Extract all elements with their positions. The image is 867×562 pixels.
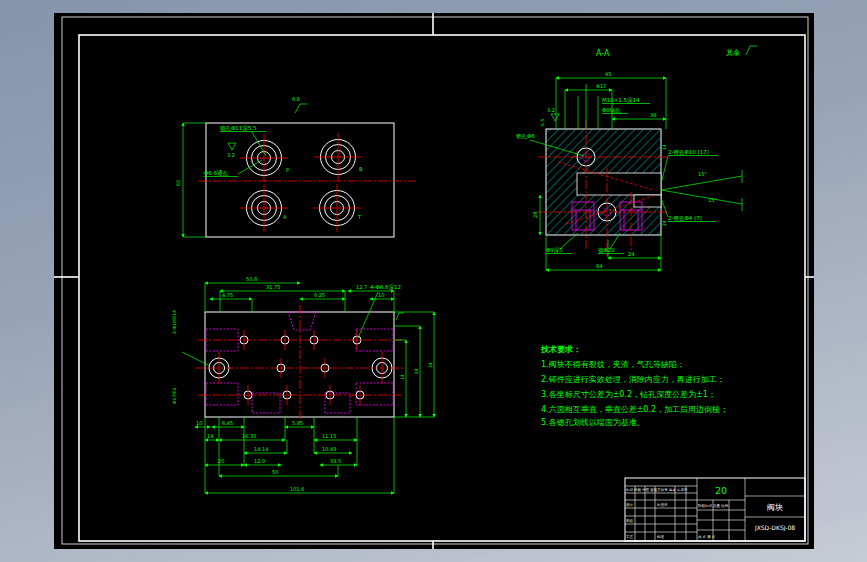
dim-45: 45: [605, 71, 611, 77]
fdim-top2b: 12.7: [356, 284, 367, 290]
port-label-b: B: [359, 166, 363, 172]
fdim-top3a: 4.75: [222, 292, 233, 298]
fdim-right1: 14: [400, 374, 405, 380]
process-label: 工艺: [626, 534, 634, 539]
section-step-notch: [577, 173, 661, 195]
fdim-right3: 34: [428, 362, 433, 368]
note-4: 4.六面相互垂直，垂直公差±0.2，加工后周边倒棱；: [541, 405, 728, 414]
roughness-local-value: 3.2: [227, 152, 235, 158]
height-dim: 60: [175, 180, 181, 186]
port-label-p: P: [286, 167, 289, 173]
thread-note: M10×1.5深14: [602, 97, 640, 104]
fdim-top2a: 31.75: [266, 284, 280, 290]
fdim-b4c: 33.5: [330, 458, 341, 464]
fdim-b5: 50: [272, 469, 278, 475]
fdim-b2c: 11.15: [322, 433, 336, 439]
sheet-row-label: 共 张 第 张: [698, 535, 716, 539]
sheet-number-2: 1: [728, 535, 730, 539]
fdim-b3a: 14.14: [254, 446, 268, 452]
note-1: 1.阀块不得有裂纹，夹渣，气孔等缺陷；: [541, 360, 685, 369]
drawing-sheet: [54, 13, 814, 549]
fdim-top3b: 0.25: [314, 292, 325, 298]
dim-64: 64: [596, 263, 602, 269]
rest-note: 其余: [726, 49, 740, 57]
revision-header-row: 标记 处数 分区 更改文件号 签名 年月日: [625, 487, 688, 492]
note-bottom-mid: 锪Φ20: [598, 247, 615, 253]
fdim-b2a: 14: [207, 433, 213, 439]
fdim-b1b: 6.45: [222, 420, 233, 426]
fdim-b6: 101.6: [290, 486, 304, 492]
notes-title: 技术要求：: [540, 345, 581, 354]
cad-drawing: 60 0.8 锪孔Φ11深5.5 3.2 Φ6.6通孔 P B A T A-A …: [0, 0, 867, 562]
audit-label: 审核: [626, 519, 634, 523]
fdim-b4b: 12.0: [254, 458, 265, 464]
fdim-b1a: 10: [196, 420, 202, 426]
dim-right-1: 14: [662, 144, 667, 150]
fdim-top3c: 10: [378, 292, 384, 298]
leader-left-text: 锥孔Φ6: [515, 133, 535, 140]
rough-left-value: 3.2: [547, 107, 555, 113]
fdim-b3b: 10.43: [322, 446, 336, 452]
dim-28: 28: [532, 212, 538, 218]
drawing-number: JXSD-DKSJ-08: [754, 524, 795, 532]
design-label: 设计: [626, 502, 634, 507]
desktop-background: 60 0.8 锪孔Φ11深5.5 3.2 Φ6.6通孔 P B A T A-A …: [0, 0, 867, 562]
counterbore-leader-text: 锪孔Φ11深5.5: [220, 125, 257, 132]
note-3: 3.各坐标尺寸公差为±0.2，钻孔深度公差为±1；: [541, 390, 716, 399]
approve-label: 批准: [657, 535, 665, 539]
part-name: 阀块: [767, 503, 783, 512]
dim-phi17: Φ17: [596, 83, 606, 89]
hole-pattern-leader: 4-Φ6.6深12: [370, 284, 401, 291]
fdim-b1c: 5.95: [292, 420, 303, 426]
left-label-top: 2-Φ10深14: [172, 310, 177, 334]
hole-leader-text: Φ6.6通孔: [204, 169, 229, 177]
dim-24: 24: [628, 251, 634, 257]
note-5: 5.各锪孔划线以端面为基准。: [541, 418, 645, 427]
dim-6-5: 6.5: [540, 119, 545, 126]
roughness-top-value: 0.8: [292, 96, 300, 102]
left-label-bottom: Φ17深2: [172, 387, 177, 404]
leader-right-bottom-text: 2-锥孔Φ4 (7): [668, 215, 702, 222]
port-label-a: A: [283, 214, 287, 220]
dim-right-2: 24: [662, 220, 667, 226]
dim-38: 38: [650, 112, 656, 118]
standardization-label: 标准化: [656, 502, 668, 507]
leader-right-top-text: 2-锥孔Φ10 (17): [668, 149, 709, 156]
angle-bottom: 15°: [708, 197, 717, 203]
fdim-top1: 50.8: [246, 276, 257, 282]
note-2: 2.铸件应进行实效处理，消除内应力，再进行加工；: [541, 375, 725, 384]
fdim-right2: 24: [414, 368, 419, 374]
stage-row-labels: 阶段标记 质量 比例: [698, 503, 729, 508]
angle-top: 15°: [698, 171, 707, 177]
sheet-number-1: 1: [708, 535, 710, 539]
material-value: 20: [715, 485, 727, 496]
section-label: A-A: [596, 49, 610, 58]
sheet-background: [54, 13, 814, 549]
